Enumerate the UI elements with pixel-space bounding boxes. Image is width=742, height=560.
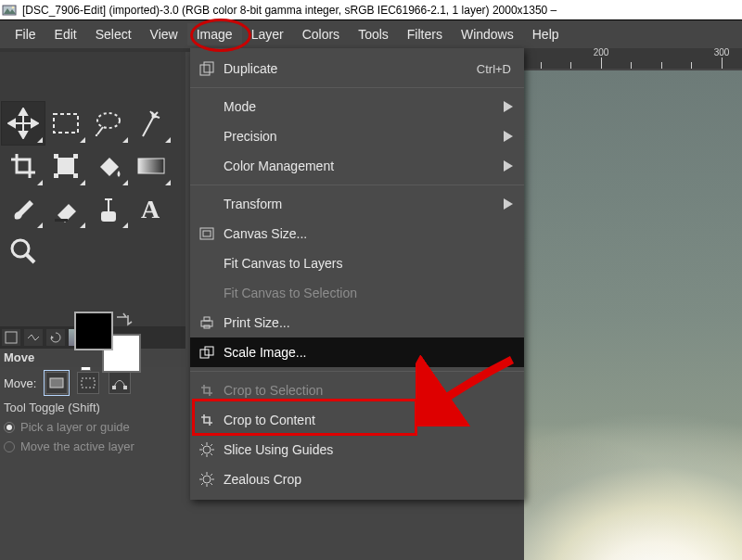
tool-crop[interactable] [2,145,45,187]
tool-gradient[interactable] [130,145,173,187]
tool-toggle-group: Tool Toggle (Shift) Pick a layer or guid… [0,399,186,455]
menu-view[interactable]: View [141,23,187,45]
tab-tool-options[interactable] [2,329,20,346]
radio-move-active[interactable]: Move the active layer [4,439,182,453]
tool-free-select[interactable] [87,102,130,145]
radio-pick-layer-label: Pick a layer or guide [20,420,130,434]
move-target-row: Move: [0,369,186,397]
menu-color-management[interactable]: Color Management [190,151,524,181]
menu-crop-selection: Crop to Selection [190,375,524,405]
svg-rect-20 [55,219,68,222]
menu-canvas-size[interactable]: Canvas Size... [190,219,524,248]
menu-scale-image[interactable]: Scale Image... [190,337,524,367]
menu-windows[interactable]: Windows [452,23,523,45]
svg-rect-28 [50,378,63,388]
tool-fuzzy-select[interactable] [130,102,173,145]
svg-point-13 [153,115,156,118]
menu-color-management-label: Color Management [224,159,334,173]
svg-line-62 [201,483,203,485]
toolbox: A [0,52,186,358]
svg-rect-16 [73,154,78,159]
crop-icon [198,411,216,429]
menu-mode[interactable]: Mode [190,92,524,121]
menu-fit-canvas-layers-label: Fit Canvas to Layers [224,256,342,271]
svg-line-11 [97,127,103,134]
svg-marker-36 [504,160,513,172]
menu-slice-guides[interactable]: Slice Using Guides [190,435,524,465]
app-icon [2,3,17,18]
svg-line-61 [211,474,212,476]
image-menu-dropdown: Duplicate Ctrl+D Mode Precision Color Ma… [190,48,524,500]
menu-fit-canvas-layers[interactable]: Fit Canvas to Layers [190,248,524,278]
menu-layer[interactable]: Layer [242,23,293,45]
svg-rect-26 [6,332,17,343]
radio-pick-layer[interactable]: Pick a layer or guide [4,420,182,434]
chevron-right-icon [504,101,513,112]
svg-rect-31 [123,386,127,389]
ruler-mark-200: 200 [594,48,609,57]
menu-precision[interactable]: Precision [190,121,524,151]
image-content [524,70,742,560]
foreground-color[interactable] [74,312,113,350]
menu-scale-image-label: Scale Image... [224,345,307,360]
canvas-size-icon [198,224,216,243]
menu-duplicate[interactable]: Duplicate Ctrl+D [190,54,524,83]
menu-crop-content[interactable]: Crop to Content [190,405,524,435]
move-target-selection[interactable] [77,372,99,394]
svg-rect-15 [54,154,58,159]
menu-separator [190,371,524,372]
svg-rect-33 [204,62,213,72]
print-icon [198,313,216,332]
move-target-path[interactable] [109,372,131,394]
svg-rect-39 [203,231,211,236]
chevron-right-icon [504,131,513,142]
svg-text:A: A [141,196,160,222]
tool-text[interactable]: A [130,187,173,230]
menu-file[interactable]: File [6,23,45,45]
menu-tools[interactable]: Tools [349,23,398,45]
menu-edit[interactable]: Edit [45,23,86,45]
gear-icon [198,470,216,489]
move-label: Move: [4,376,36,390]
svg-rect-14 [58,158,74,174]
menu-image[interactable]: Image [187,23,242,45]
svg-rect-19 [138,159,164,173]
image-viewport[interactable] [524,70,742,560]
menu-mode-label: Mode [224,99,256,114]
crop-icon [198,381,216,400]
svg-marker-35 [504,131,513,142]
svg-marker-7 [8,120,15,127]
menu-colors[interactable]: Colors [293,23,349,45]
svg-rect-38 [200,228,213,239]
menu-fit-canvas-selection: Fit Canvas to Selection [190,278,524,308]
tool-bucket-fill[interactable] [87,145,130,187]
tool-eraser[interactable] [45,187,87,230]
tab-undo-history[interactable] [46,329,65,346]
tool-move[interactable] [2,102,45,145]
menu-slice-guides-label: Slice Using Guides [224,442,333,457]
svg-rect-30 [112,386,116,389]
svg-line-59 [201,474,203,476]
tab-device-status[interactable] [24,329,43,346]
tool-transform[interactable] [45,145,87,187]
menu-filters[interactable]: Filters [398,23,452,45]
svg-point-10 [97,113,120,128]
horizontal-ruler[interactable]: 200 300 [524,48,742,69]
chevron-right-icon [504,160,513,172]
move-target-layer[interactable] [45,372,68,394]
menu-select[interactable]: Select [86,23,141,45]
menu-help[interactable]: Help [523,23,569,45]
menu-zealous-crop[interactable]: Zealous Crop [190,465,524,494]
tool-paintbrush[interactable] [2,187,45,230]
tool-rect-select[interactable] [45,102,87,145]
menu-fit-canvas-selection-label: Fit Canvas to Selection [224,286,357,300]
tool-clone[interactable] [87,187,130,230]
tool-zoom[interactable] [2,230,45,273]
menu-transform[interactable]: Transform [190,189,524,219]
svg-line-51 [211,453,212,455]
menu-crop-selection-label: Crop to Selection [224,383,323,398]
svg-point-54 [203,476,211,483]
svg-point-2 [12,6,15,8]
menu-print-size[interactable]: Print Size... [190,308,524,337]
svg-rect-9 [54,114,78,133]
